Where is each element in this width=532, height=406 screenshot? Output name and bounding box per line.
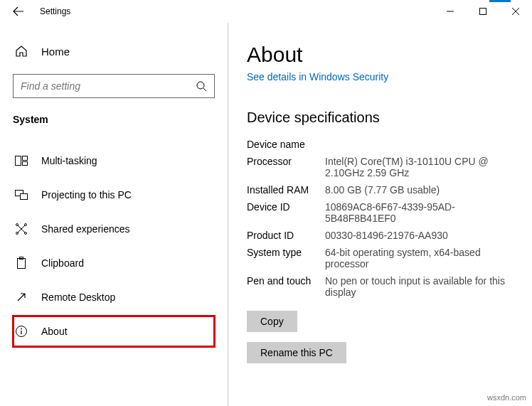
- sidebar-item-remote-desktop[interactable]: Remote Desktop: [13, 282, 215, 313]
- spec-ram: Installed RAM 8.00 GB (7.77 GB usable): [247, 181, 519, 198]
- search-icon: [196, 80, 207, 92]
- minimize-icon: [447, 8, 454, 15]
- sidebar-item-about[interactable]: About: [13, 316, 215, 347]
- windows-security-link[interactable]: See details in Windows Security: [247, 71, 519, 82]
- sidebar-item-shared-experiences[interactable]: Shared experiences: [13, 213, 215, 245]
- sidebar-item-multitasking[interactable]: Multi-tasking: [13, 145, 215, 176]
- section-heading: System: [13, 114, 215, 125]
- sidebar-item-label: Projecting to this PC: [41, 189, 132, 201]
- sidebar-item-label: About: [41, 326, 68, 337]
- svg-rect-6: [21, 194, 28, 200]
- sidebar-item-label: Multi-tasking: [41, 155, 97, 166]
- minimize-button[interactable]: [434, 1, 467, 22]
- content-pane: About See details in Windows Security De…: [228, 23, 532, 406]
- spec-label: Product ID: [247, 230, 325, 241]
- spec-processor: Processor Intel(R) Core(TM) i3-10110U CP…: [247, 153, 519, 181]
- spec-pen-touch: Pen and touch No pen or touch input is a…: [247, 272, 519, 301]
- sidebar: Home System Multi-tasking Projecting to …: [0, 23, 228, 406]
- spec-label: Processor: [247, 156, 325, 178]
- titlebar: Settings: [0, 0, 532, 23]
- spec-label: Pen and touch: [247, 275, 325, 298]
- window-controls: [434, 1, 532, 22]
- spec-value: 10869AC8-6F67-4339-95AD-5B48F8B41EF0: [325, 201, 519, 224]
- about-icon: [14, 324, 28, 338]
- spec-value: 64-bit operating system, x64-based proce…: [325, 247, 519, 269]
- spec-label: Device name: [247, 139, 325, 150]
- search-input[interactable]: [21, 80, 196, 92]
- spec-label: Installed RAM: [247, 184, 325, 196]
- maximize-icon: [479, 8, 486, 15]
- spec-device-name: Device name: [247, 136, 519, 153]
- home-nav[interactable]: Home: [14, 44, 215, 58]
- copy-button[interactable]: Copy: [247, 311, 297, 332]
- back-button[interactable]: [10, 3, 27, 20]
- home-icon: [14, 44, 28, 58]
- search-box[interactable]: [13, 74, 215, 98]
- close-button[interactable]: [499, 1, 532, 22]
- sidebar-item-projecting[interactable]: Projecting to this PC: [13, 179, 215, 210]
- page-title: About: [247, 43, 519, 67]
- close-icon: [512, 8, 519, 15]
- spec-value: 8.00 GB (7.77 GB usable): [325, 184, 519, 196]
- app-body: Home System Multi-tasking Projecting to …: [0, 23, 532, 406]
- spec-value: Intel(R) Core(TM) i3-10110U CPU @ 2.10GH…: [325, 156, 519, 178]
- device-specs-heading: Device specifications: [247, 109, 519, 126]
- watermark: wsxdn.com: [487, 393, 526, 402]
- svg-point-14: [21, 328, 22, 330]
- svg-rect-3: [23, 156, 28, 161]
- svg-rect-0: [480, 9, 486, 15]
- svg-point-1: [197, 82, 204, 89]
- projecting-icon: [14, 188, 28, 202]
- spec-value: 00330-81496-21976-AA930: [325, 230, 519, 241]
- multitasking-icon: [14, 154, 28, 168]
- spec-label: System type: [247, 247, 325, 269]
- remote-desktop-icon: [14, 290, 28, 304]
- sidebar-item-label: Remote Desktop: [41, 292, 115, 303]
- home-label: Home: [41, 46, 70, 58]
- spec-system-type: System type 64-bit operating system, x64…: [247, 244, 519, 272]
- svg-rect-11: [18, 259, 26, 269]
- sidebar-item-label: Shared experiences: [41, 223, 130, 235]
- arrow-left-icon: [13, 6, 24, 17]
- clipboard-icon: [14, 256, 28, 270]
- maximize-button[interactable]: [467, 1, 499, 22]
- device-specs-list: Device name Processor Intel(R) Core(TM) …: [247, 136, 519, 301]
- rename-pc-button[interactable]: Rename this PC: [247, 342, 346, 363]
- svg-rect-4: [23, 162, 28, 166]
- sidebar-item-clipboard[interactable]: Clipboard: [13, 247, 215, 279]
- spec-value: No pen or touch input is available for t…: [325, 275, 519, 298]
- window-title: Settings: [40, 6, 70, 16]
- spec-value: [325, 139, 519, 150]
- svg-rect-2: [16, 156, 21, 166]
- spec-device-id: Device ID 10869AC8-6F67-4339-95AD-5B48F8…: [247, 198, 519, 227]
- spec-product-id: Product ID 00330-81496-21976-AA930: [247, 227, 519, 244]
- shared-experiences-icon: [14, 222, 28, 236]
- spec-label: Device ID: [247, 201, 325, 224]
- sidebar-item-label: Clipboard: [41, 257, 84, 269]
